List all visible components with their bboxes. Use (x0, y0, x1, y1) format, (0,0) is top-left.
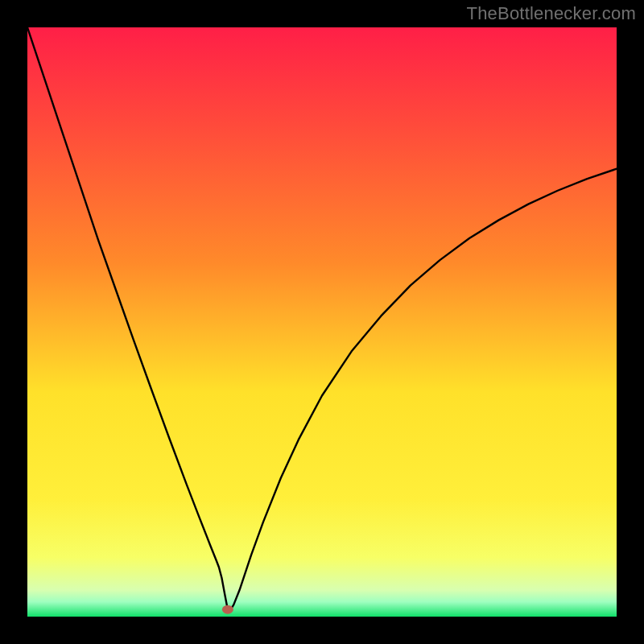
plot-area (27, 27, 617, 617)
chart-frame: TheBottlenecker.com (0, 0, 644, 644)
plot-svg (27, 27, 617, 617)
gradient-background (27, 27, 617, 617)
watermark-text: TheBottlenecker.com (467, 3, 636, 24)
optimal-marker (222, 605, 233, 614)
